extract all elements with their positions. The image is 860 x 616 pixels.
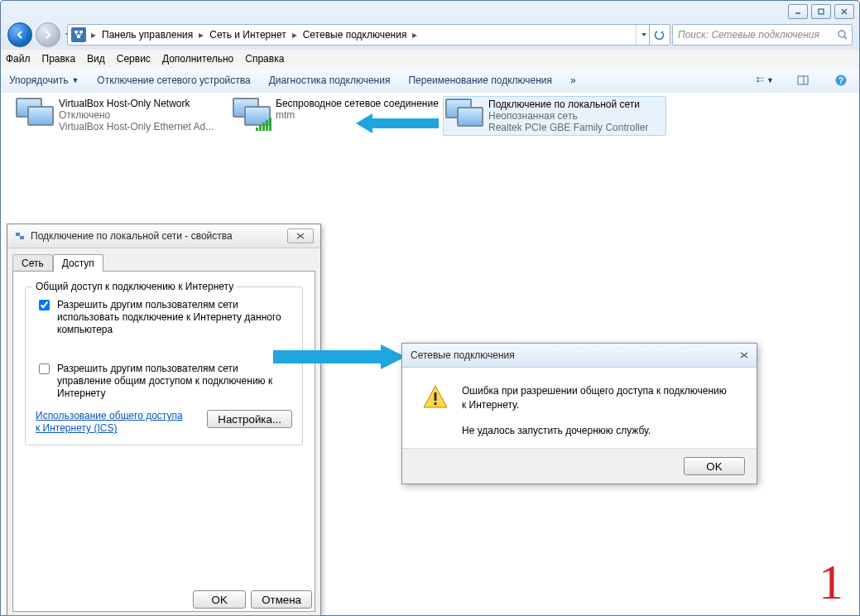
svg-rect-21	[435, 402, 437, 405]
svg-rect-3	[79, 31, 83, 33]
dialog-close-button[interactable]	[287, 229, 314, 243]
svg-rect-11	[798, 76, 808, 84]
error-line2: Не удалось запустить дочернюю службу.	[462, 424, 727, 438]
svg-rect-20	[435, 392, 437, 401]
allow-sharing-checkbox[interactable]	[39, 300, 50, 310]
diagnose-button[interactable]: Диагностика подключения	[269, 75, 391, 86]
tab-network[interactable]: Сеть	[12, 254, 53, 272]
error-close-button[interactable]	[740, 349, 748, 361]
allow-sharing-label: Разрешить другим пользователям сети испо…	[57, 299, 292, 336]
svg-rect-17	[20, 236, 24, 239]
svg-rect-1	[819, 9, 824, 14]
maximize-button[interactable]	[811, 4, 831, 19]
dialog-title: Подключение по локальной сети - свойства	[31, 230, 282, 242]
more-commands[interactable]: »	[570, 75, 576, 86]
connection-title: Беспроводное сетевое соединение	[276, 98, 441, 109]
tab-access[interactable]: Доступ	[53, 254, 103, 272]
menu-bar: Файл Правка Вид Сервис Дополнительно Спр…	[1, 50, 859, 69]
search-icon[interactable]	[834, 29, 852, 41]
connection-title: Подключение по локальной сети	[488, 99, 664, 110]
svg-text:?: ?	[838, 76, 843, 85]
cancel-button[interactable]: Отмена	[251, 590, 312, 609]
wireless-adapter-icon	[233, 98, 269, 131]
connection-detail: VirtualBox Host-Only Ethernet Ad...	[59, 121, 224, 132]
network-adapter-icon	[445, 99, 482, 132]
svg-point-5	[838, 31, 845, 37]
annotation-number: 1	[819, 554, 843, 611]
connection-title: VirtualBox Host-Only Network	[59, 98, 224, 109]
menu-tools[interactable]: Сервис	[117, 53, 151, 65]
svg-marker-18	[273, 344, 406, 369]
command-bar: Упорядочить▼ Отключение сетевого устройс…	[1, 68, 859, 94]
nav-back-button[interactable]	[7, 22, 32, 47]
connection-detail: Realtek PCIe GBE Family Controller	[488, 122, 664, 133]
menu-edit[interactable]: Правка	[42, 53, 76, 65]
minimize-button[interactable]	[788, 4, 808, 19]
disable-device-button[interactable]: Отключение сетевого устройства	[97, 75, 250, 86]
allow-control-checkbox[interactable]	[39, 363, 50, 374]
breadcrumb-bar[interactable]: ▸ Панель управления ▸ Сеть и Интернет ▸ …	[67, 24, 652, 46]
connection-status: Неопознанная сеть	[488, 110, 664, 122]
network-adapter-icon	[16, 98, 52, 131]
menu-file[interactable]: Файл	[6, 53, 31, 65]
svg-marker-15	[356, 113, 439, 133]
svg-rect-7	[757, 78, 759, 79]
organize-button[interactable]: Упорядочить▼	[9, 75, 79, 86]
ok-button[interactable]: OK	[193, 590, 246, 609]
connection-item-vbox[interactable]: VirtualBox Host-Only Network Отключено V…	[16, 98, 224, 132]
search-input[interactable]: Поиск: Сетевые подключения	[672, 24, 853, 46]
rename-button[interactable]: Переименование подключения	[408, 75, 552, 86]
error-line1: Ошибка при разрешении общего доступа к п…	[462, 384, 727, 412]
preview-pane-button[interactable]	[793, 70, 813, 90]
menu-help[interactable]: Справка	[245, 53, 284, 65]
settings-button[interactable]: Настройка...	[207, 410, 292, 428]
error-dialog: Сетевые подключения Ошибка при разрешени…	[401, 343, 757, 484]
properties-dialog: Подключение по локальной сети - свойства…	[7, 224, 321, 616]
view-options-button[interactable]: ▼	[755, 70, 775, 90]
ics-help-link[interactable]: Использование общего доступа к Интернету…	[36, 410, 185, 435]
svg-rect-16	[16, 233, 20, 236]
error-dialog-title: Сетевые подключения	[411, 349, 740, 361]
svg-rect-4	[77, 36, 80, 38]
connection-icon	[14, 230, 26, 242]
breadcrumb-seg[interactable]: Сеть и Интернет	[206, 25, 289, 45]
annotation-arrow-icon	[356, 111, 439, 136]
connection-item-lan[interactable]: Подключение по локальной сети Неопознанн…	[443, 96, 666, 136]
help-button[interactable]: ?	[831, 70, 851, 90]
breadcrumb-seg[interactable]: Сетевые подключения	[300, 25, 411, 45]
svg-rect-8	[757, 80, 759, 82]
tab-panel-access: Общий доступ к подключению к Интернету Р…	[12, 271, 315, 612]
network-icon	[71, 27, 86, 42]
signal-bars-icon	[256, 118, 271, 131]
search-placeholder: Поиск: Сетевые подключения	[673, 29, 834, 41]
group-label: Общий доступ к подключению к Интернету	[32, 281, 237, 292]
refresh-button[interactable]	[649, 24, 670, 46]
warning-icon	[422, 384, 449, 411]
svg-line-6	[844, 36, 847, 39]
svg-rect-2	[74, 31, 78, 33]
menu-view[interactable]: Вид	[87, 53, 105, 65]
breadcrumb-seg[interactable]: Панель управления	[98, 25, 196, 45]
error-ok-button[interactable]: OK	[684, 457, 745, 475]
allow-control-label: Разрешить другим пользователям сети упра…	[57, 363, 292, 400]
nav-forward-button[interactable]	[36, 22, 60, 47]
explorer-titlebar: ▸ Панель управления ▸ Сеть и Интернет ▸ …	[0, 0, 860, 51]
connection-status: Отключено	[59, 109, 224, 121]
menu-extra[interactable]: Дополнительно	[162, 53, 233, 65]
close-button[interactable]	[834, 4, 854, 19]
annotation-arrow-icon	[273, 342, 406, 372]
